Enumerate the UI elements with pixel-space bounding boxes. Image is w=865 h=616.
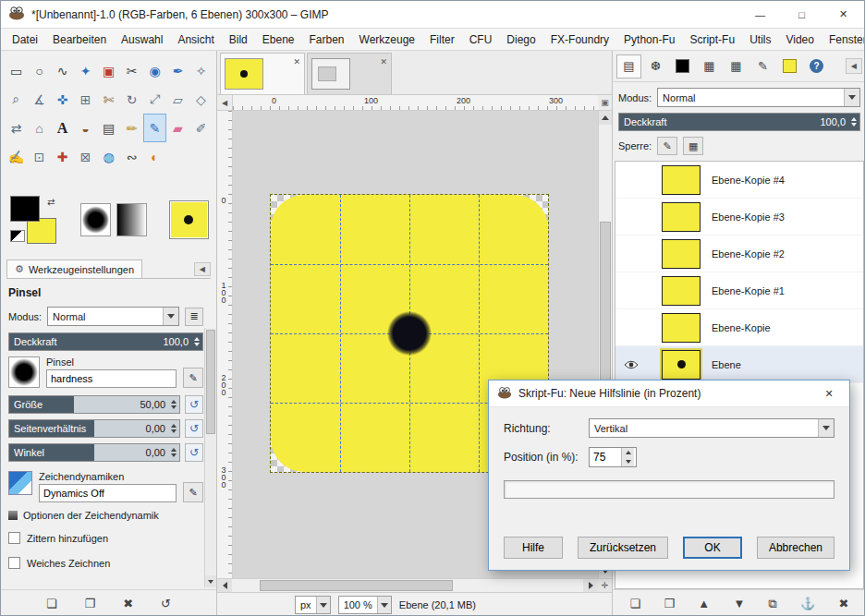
smooth-option[interactable]: Weiches Zeichnen xyxy=(8,557,203,569)
tool-text[interactable]: A xyxy=(51,114,74,142)
tool-cage-transform[interactable]: ⌂ xyxy=(28,114,51,142)
dialog-title-bar[interactable]: Skript-Fu: Neue Hilfslinie (in Prozent) … xyxy=(489,380,849,407)
tool-shear[interactable]: ▱ xyxy=(166,85,189,114)
anchor-layer-button[interactable]: ⚓ xyxy=(800,597,815,610)
edit-brush-button[interactable]: ✎ xyxy=(183,368,203,388)
brush-preview[interactable] xyxy=(80,203,111,236)
scrollbar-thumb[interactable] xyxy=(206,330,215,434)
tool-dodge-burn[interactable]: ◐ xyxy=(143,142,166,171)
tab-close-icon[interactable]: ✕ xyxy=(293,57,300,66)
tool-paths[interactable]: ✒ xyxy=(166,56,189,85)
tool-move[interactable]: ✜ xyxy=(51,85,74,114)
canvas-menu-button[interactable]: ◀ xyxy=(217,95,233,111)
vertical-ruler[interactable]: 0 100 200 300 xyxy=(217,111,233,578)
tool-blur-sharpen[interactable]: ◍ xyxy=(97,142,120,171)
size-slider[interactable]: Größe 50,00 xyxy=(8,395,180,414)
navigation-button[interactable]: ✛ xyxy=(598,579,612,592)
tool-measure[interactable]: ∡ xyxy=(28,85,51,114)
tab-werkzeugeinstellungen[interactable]: ⚙ Werkzeugeinstellungen xyxy=(6,260,142,278)
tool-smudge[interactable]: ∾ xyxy=(120,142,143,171)
tool-zoom[interactable]: ⌕ xyxy=(5,85,28,114)
lower-layer-button[interactable]: ▼ xyxy=(733,597,745,610)
layer-row[interactable]: Ebene-Kopie #2 xyxy=(615,236,863,272)
menu-item[interactable]: Werkzeuge xyxy=(352,30,422,49)
lock-alpha-toggle[interactable]: ▦ xyxy=(683,137,703,155)
new-group-button[interactable]: ❒ xyxy=(664,597,675,610)
tool-heal[interactable]: ✚ xyxy=(51,142,74,171)
brush-thumbnail[interactable] xyxy=(8,356,40,388)
zoom-select[interactable]: 100 % xyxy=(338,596,392,614)
jitter-checkbox[interactable] xyxy=(8,532,20,544)
direction-select[interactable]: Vertikal xyxy=(589,418,835,438)
lock-pixels-toggle[interactable]: ✎ xyxy=(657,137,677,155)
scroll-left-icon[interactable] xyxy=(217,579,232,592)
reset-tool-options-button[interactable]: ↺ xyxy=(161,597,171,610)
background-color-swatch[interactable] xyxy=(27,218,56,244)
ok-button[interactable]: OK xyxy=(683,537,742,559)
position-input[interactable] xyxy=(590,448,621,466)
duplicate-layer-button[interactable]: ⧉ xyxy=(768,597,776,611)
gradient-preview[interactable] xyxy=(116,203,147,236)
tool-rotate[interactable]: ↻ xyxy=(120,85,143,114)
layer-mode-select[interactable]: Normal xyxy=(657,88,860,107)
tool-fuzzy-select[interactable]: ✦ xyxy=(74,56,97,85)
horizontal-ruler[interactable]: 0 100 200 300 xyxy=(233,95,598,111)
visibility-eye-icon[interactable] xyxy=(621,360,641,369)
spin-up-icon[interactable] xyxy=(622,448,634,457)
smooth-checkbox[interactable] xyxy=(8,557,20,569)
save-tool-options-button[interactable]: ❏ xyxy=(46,597,57,610)
tool-perspective-clone[interactable]: ⊠ xyxy=(74,142,97,171)
tool-airbrush[interactable]: ✐ xyxy=(189,114,213,142)
tool-ellipse-select[interactable]: ○ xyxy=(28,56,51,85)
maximize-button[interactable]: □ xyxy=(781,1,822,28)
tool-scissors-select[interactable]: ✂ xyxy=(120,56,143,85)
spinner-arrows[interactable] xyxy=(621,448,634,466)
tool-flip[interactable]: ⇄ xyxy=(5,114,28,142)
delete-layer-button[interactable]: ✖ xyxy=(838,597,848,610)
image-tab-2[interactable]: ✕ xyxy=(307,53,392,94)
size-stepper[interactable] xyxy=(168,396,178,413)
scrollbar-track[interactable] xyxy=(205,328,216,575)
mode-menu-button[interactable]: ≣ xyxy=(185,308,203,326)
tool-free-select[interactable]: ∿ xyxy=(51,56,74,85)
foreground-color-swatch[interactable] xyxy=(10,196,40,222)
spin-down-icon[interactable] xyxy=(622,457,634,466)
aspect-slider[interactable]: Seitenverhältnis 0,00 xyxy=(8,419,180,438)
angle-slider[interactable]: Winkel 0,00 xyxy=(8,443,180,462)
tool-scale[interactable]: ⤢ xyxy=(143,85,166,114)
tool-blend[interactable]: ▤ xyxy=(97,114,120,142)
dock-tab-help[interactable]: ? xyxy=(804,54,829,79)
hscroll-thumb[interactable] xyxy=(260,580,453,591)
close-button[interactable]: ✕ xyxy=(822,1,864,28)
unit-select[interactable]: px xyxy=(295,596,331,614)
menu-item[interactable]: Auswahl xyxy=(114,30,170,49)
menu-item[interactable]: Diego xyxy=(499,30,542,49)
tool-rectangle-select[interactable]: ▭ xyxy=(5,56,28,85)
dynamics-options-expander[interactable]: Optionen der Zeichendynamik xyxy=(8,510,203,521)
menu-item[interactable]: CFU xyxy=(462,30,500,49)
menu-item[interactable]: Bearbeiten xyxy=(45,30,114,49)
opacity-slider[interactable]: Deckkraft 100,0 xyxy=(8,332,203,351)
delete-tool-options-button[interactable]: ✖ xyxy=(123,597,133,610)
layer-opacity-slider[interactable]: Deckkraft 100,0 xyxy=(618,113,860,131)
layer-row[interactable]: Ebene-Kopie xyxy=(615,309,863,346)
menu-item[interactable]: Ebene xyxy=(255,30,302,49)
swap-colors-icon[interactable]: ⇄ xyxy=(47,197,55,207)
dock-tab-fg-color[interactable] xyxy=(670,54,695,79)
menu-item[interactable]: Filter xyxy=(422,30,462,49)
menu-item[interactable]: Utils xyxy=(742,30,778,49)
position-spinner[interactable] xyxy=(589,447,637,467)
tool-clone[interactable]: ⊡ xyxy=(28,142,51,171)
brush-name-field[interactable] xyxy=(46,369,177,388)
menu-item[interactable]: Script-Fu xyxy=(682,30,742,49)
fg-bg-color-widget[interactable]: ⇄ xyxy=(10,196,58,244)
dock-tab-image-1[interactable]: ▦ xyxy=(697,54,722,79)
restore-tool-options-button[interactable]: ❐ xyxy=(85,597,96,610)
angle-stepper[interactable] xyxy=(168,444,178,461)
menu-item[interactable]: Bild xyxy=(222,30,255,49)
tool-options-scrollbar[interactable] xyxy=(204,328,216,587)
dialog-close-button[interactable]: ✕ xyxy=(810,380,847,406)
dock-tab-channels[interactable]: ❆ xyxy=(643,54,668,79)
layer-row[interactable]: Ebene xyxy=(615,346,863,383)
tool-crop[interactable]: ✄ xyxy=(97,85,120,114)
